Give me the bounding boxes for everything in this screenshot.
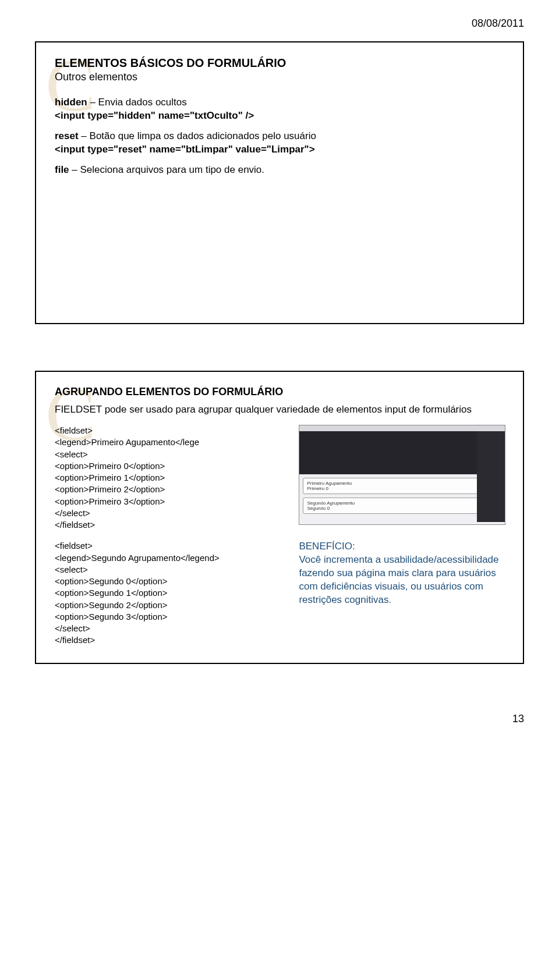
row-code-benefit: <fieldset> <legend>Segundo Agrupamento</…	[55, 540, 504, 646]
hidden-code: <input type="hidden" name="txtOculto" />	[55, 110, 254, 121]
slide-1: C ELEMENTOS BÁSICOS DO FORMULÁRIO Outros…	[35, 41, 524, 324]
code2-line: </fieldset>	[55, 634, 288, 646]
screenshot-legend-2: Segundo Agrupamento	[307, 500, 355, 506]
hidden-label: hidden	[55, 97, 87, 108]
code-block-2: <fieldset> <legend>Segundo Agrupamento</…	[55, 540, 288, 646]
hidden-desc-text: – Envia dados ocultos	[87, 97, 187, 108]
hidden-description: hidden – Envia dados ocultos <input type…	[55, 96, 504, 123]
code1-line: </fieldset>	[55, 519, 288, 531]
code-block-1: <fieldset> <legend>Primeiro Agupamento</…	[55, 425, 288, 531]
reset-label: reset	[55, 130, 79, 141]
reset-code: <input type="reset" name="btLimpar" valu…	[55, 144, 315, 155]
editor-screenshot: Primeiro Agupamento Primeiro 0 Segundo A…	[299, 425, 505, 525]
code1-line: <option>Primeiro 1</option>	[55, 472, 288, 484]
page-number: 13	[35, 711, 524, 737]
code1-line: <option>Primeiro 3</option>	[55, 496, 288, 507]
screenshot-opt-2: Segundo 0	[307, 506, 330, 511]
code2-line: <legend>Segundo Agrupamento</legend>	[55, 552, 288, 564]
code2-line: <fieldset>	[55, 540, 288, 552]
screenshot-opt-1: Primeiro 0	[307, 486, 328, 491]
file-desc-text: – Seleciona arquivos para um tipo de env…	[69, 164, 264, 175]
slide1-subtitle: Outros elementos	[55, 71, 504, 83]
screenshot-fieldset-2: Segundo Agrupamento Segundo 0	[303, 498, 501, 514]
file-label: file	[55, 164, 69, 175]
code2-line: </select>	[55, 623, 288, 634]
screenshot-fieldset-1: Primeiro Agupamento Primeiro 0	[303, 478, 501, 494]
code2-line: <select>	[55, 564, 288, 576]
code2-line: <option>Segundo 2</option>	[55, 599, 288, 611]
slide1-title: ELEMENTOS BÁSICOS DO FORMULÁRIO	[55, 56, 504, 70]
benefit-block: BENEFÍCIO: Você incrementa a usabilidade…	[299, 540, 504, 646]
header-date: 08/08/2011	[35, 17, 524, 41]
benefit-text: Você incrementa a usabilidade/acessibili…	[299, 553, 504, 607]
slide2-desc: FIELDSET pode ser usado para agrupar qua…	[55, 404, 504, 416]
reset-desc-text: – Botão que limpa os dados adicionados p…	[79, 130, 316, 141]
screenshot-container: Primeiro Agupamento Primeiro 0 Segundo A…	[299, 425, 504, 531]
reset-description: reset – Botão que limpa os dados adicion…	[55, 130, 504, 157]
file-description: file – Seleciona arquivos para um tipo d…	[55, 164, 504, 177]
slide-2: C AGRUPANDO ELEMENTOS DO FORMULÁRIO FIEL…	[35, 371, 524, 664]
code2-line: <option>Segundo 3</option>	[55, 611, 288, 623]
code1-line: <select>	[55, 449, 288, 460]
benefit-label: BENEFÍCIO:	[299, 540, 504, 553]
code1-line: <legend>Primeiro Agupamento</lege	[55, 436, 288, 448]
code1-line: <option>Primeiro 0</option>	[55, 460, 288, 472]
code1-line: </select>	[55, 507, 288, 519]
code1-line: <option>Primeiro 2</option>	[55, 484, 288, 495]
code1-line: <fieldset>	[55, 425, 288, 436]
row-code-screenshot: <fieldset> <legend>Primeiro Agupamento</…	[55, 425, 504, 531]
code2-line: <option>Segundo 0</option>	[55, 576, 288, 587]
code2-line: <option>Segundo 1</option>	[55, 587, 288, 599]
screenshot-legend-1: Primeiro Agupamento	[307, 481, 352, 486]
slide2-title: AGRUPANDO ELEMENTOS DO FORMULÁRIO	[55, 386, 504, 398]
